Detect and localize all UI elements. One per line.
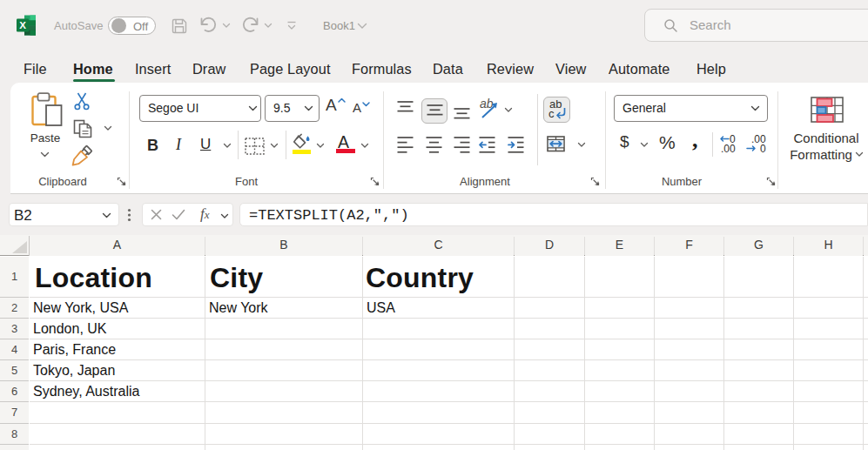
svg-text:X: X (19, 20, 26, 30)
